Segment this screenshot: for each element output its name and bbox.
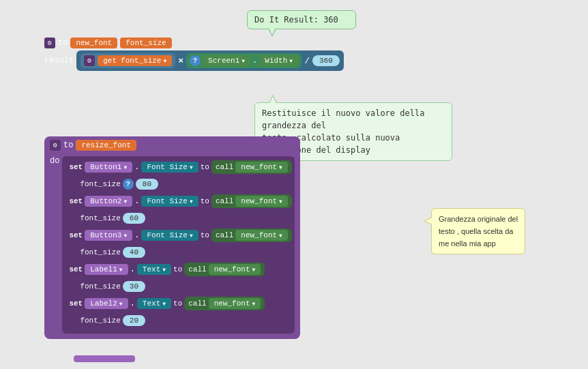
to-r1: to bbox=[201, 163, 209, 171]
num-60[interactable]: 60 bbox=[123, 213, 145, 224]
call-label-2: call bbox=[216, 197, 233, 205]
fontsize-val-row-5: font_size 20 bbox=[66, 314, 295, 327]
call-label-5: call bbox=[188, 299, 206, 308]
text2-block[interactable]: Text bbox=[137, 298, 171, 309]
text1-label: Text bbox=[143, 265, 160, 274]
set-label-4: set bbox=[69, 265, 83, 274]
call-newfont-1-label: new_font bbox=[241, 163, 277, 171]
divide-op: / bbox=[304, 56, 310, 66]
screen1-block[interactable]: Screen1 bbox=[203, 55, 250, 66]
label2-label: Label2 bbox=[90, 299, 117, 308]
button3-block[interactable]: Button3 bbox=[85, 230, 132, 241]
set-label-2: set bbox=[69, 197, 83, 205]
set-row-button3: set Button3 . Font Size to call new_fo bbox=[66, 227, 295, 243]
call-newfont-4[interactable]: new_font bbox=[209, 264, 261, 275]
set-row-button1: set Button1 . Font Size to call new_fo bbox=[66, 159, 295, 175]
num-30[interactable]: 30 bbox=[123, 281, 145, 292]
fontsize-val-row-3: font_size 40 bbox=[66, 246, 295, 259]
button1-block[interactable]: Button1 bbox=[85, 162, 132, 173]
call-newf-4: call new_font bbox=[184, 263, 265, 276]
font-size-arg-2: font_size bbox=[80, 214, 120, 222]
num-20[interactable]: 20 bbox=[123, 315, 145, 326]
set-row-button2: set Button2 . Font Size to call new_fo bbox=[66, 193, 295, 209]
fontsize3-block[interactable]: Font Size bbox=[141, 230, 198, 241]
fontsize-val-row-1: font_size ? 80 bbox=[66, 177, 295, 191]
resize-font-name[interactable]: resize_font bbox=[76, 140, 136, 151]
call-newfont-5-label: new_font bbox=[214, 299, 250, 308]
gear-icon-1[interactable]: ⚙ bbox=[44, 38, 55, 48]
fontsize1-block[interactable]: Font Size bbox=[141, 162, 198, 173]
screen1-label: Screen1 bbox=[208, 57, 239, 65]
num-360-value: 360 bbox=[319, 57, 333, 65]
call-newfont-2[interactable]: new_font bbox=[235, 196, 288, 207]
to-label-1: to bbox=[58, 38, 68, 48]
call-newf-2: call new_font bbox=[211, 194, 292, 208]
call-newfont-5[interactable]: new_font bbox=[209, 298, 261, 309]
result-label: result bbox=[44, 56, 74, 65]
font-size-arg-4: font_size bbox=[80, 282, 120, 291]
num-30-val: 30 bbox=[130, 282, 138, 291]
dot-r3: . bbox=[134, 231, 139, 240]
font-size-param[interactable]: font_size bbox=[120, 38, 171, 48]
call-label-4: call bbox=[188, 265, 206, 274]
text2-label: Text bbox=[143, 299, 160, 308]
fontsize2-block[interactable]: Font Size bbox=[141, 196, 198, 207]
to-r4: to bbox=[173, 265, 182, 274]
fontsize3-label: Font Size bbox=[147, 231, 187, 239]
set-label-5: set bbox=[69, 299, 83, 308]
to-r2: to bbox=[201, 197, 209, 205]
num-360[interactable]: 360 bbox=[312, 55, 340, 66]
to-r3: to bbox=[201, 231, 209, 239]
width-block[interactable]: Width bbox=[259, 55, 298, 66]
label1-block[interactable]: Label1 bbox=[85, 264, 128, 275]
new-font-block: ⚙ to new_font font_size result ⚙ get fon… bbox=[44, 38, 344, 71]
set-row-label2: set Label2 . Text to call new_font bbox=[66, 295, 295, 312]
num-60-val: 60 bbox=[130, 214, 138, 222]
fontsize-val-row-2: font_size 60 bbox=[66, 211, 295, 225]
dot-r2: . bbox=[134, 196, 139, 206]
qmark-r1[interactable]: ? bbox=[123, 179, 134, 190]
fontsize-val-row-4: font_size 30 bbox=[66, 280, 295, 293]
num-80[interactable]: 80 bbox=[136, 179, 158, 190]
set-row-label1: set Label1 . Text to call new_font bbox=[66, 261, 295, 278]
canvas: Do It Result: 360 Restituisce il nuovo v… bbox=[0, 0, 588, 369]
new-font-label: new_font bbox=[76, 39, 112, 47]
call-newfont-3[interactable]: new_font bbox=[235, 230, 288, 241]
to-r5: to bbox=[173, 299, 182, 308]
resize-font-label: resize_font bbox=[81, 141, 131, 149]
label2-block[interactable]: Label2 bbox=[85, 298, 128, 309]
gear-icon-3[interactable]: ⚙ bbox=[50, 140, 61, 151]
call-newf-3: call new_font bbox=[211, 228, 292, 242]
bottom-accent bbox=[74, 355, 135, 362]
get-label: get bbox=[103, 57, 117, 65]
gear-icon-2[interactable]: ⚙ bbox=[84, 55, 95, 66]
dot-r5: . bbox=[130, 299, 135, 308]
text1-block[interactable]: Text bbox=[137, 264, 171, 275]
get-font-size-block[interactable]: get font_size bbox=[98, 55, 172, 66]
do-body: set Button1 . Font Size to call new_fo bbox=[62, 156, 295, 334]
dot-1: . bbox=[252, 56, 257, 65]
qmark-1[interactable]: ? bbox=[190, 55, 201, 66]
font-size-arg-3: font_size bbox=[80, 248, 120, 256]
tooltip-grandezza: Grandezza originale del testo , quella s… bbox=[431, 208, 525, 254]
call-newf-5: call new_font bbox=[184, 297, 265, 310]
label1-label: Label1 bbox=[90, 265, 117, 274]
button1-label: Button1 bbox=[90, 163, 121, 171]
num-40-val: 40 bbox=[130, 248, 138, 256]
new-font-name[interactable]: new_font bbox=[70, 38, 117, 48]
fontsize1-label: Font Size bbox=[147, 163, 187, 171]
button2-block[interactable]: Button2 bbox=[85, 196, 132, 207]
to-label-2: to bbox=[63, 141, 73, 150]
font-size-arg-5: font_size bbox=[80, 316, 120, 325]
call-label-3: call bbox=[216, 231, 233, 239]
call-newfont-1[interactable]: new_font bbox=[235, 162, 288, 173]
num-20-val: 20 bbox=[130, 316, 138, 325]
font-size-arg-1: font_size bbox=[80, 180, 120, 188]
num-40[interactable]: 40 bbox=[123, 247, 145, 258]
tooltip-grandezza-text: Grandezza originale del testo , quella s… bbox=[439, 215, 518, 248]
call-label-1: call bbox=[216, 163, 233, 171]
set-label-1: set bbox=[69, 163, 83, 171]
fontsize2-label: Font Size bbox=[147, 197, 187, 205]
resize-font-block: ⚙ to resize_font do set Button1 . bbox=[44, 136, 300, 339]
do-label: do bbox=[50, 153, 59, 166]
